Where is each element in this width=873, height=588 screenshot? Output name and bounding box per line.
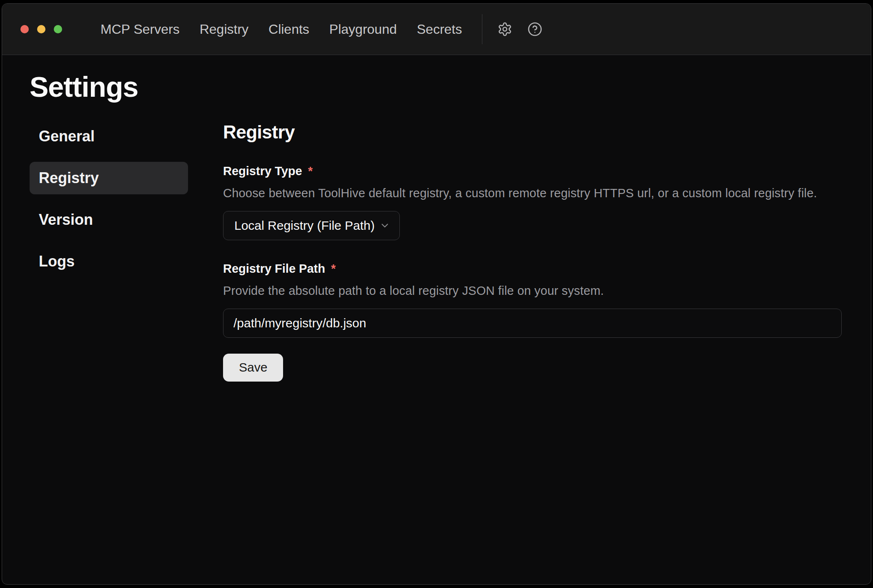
nav-clients[interactable]: Clients (268, 22, 309, 37)
save-button[interactable]: Save (223, 354, 283, 382)
registry-settings-panel: Registry Registry Type * Choose between … (223, 120, 842, 382)
window-controls (20, 25, 62, 33)
required-asterisk: * (331, 262, 336, 276)
zoom-window-button[interactable] (54, 25, 62, 33)
close-window-button[interactable] (20, 25, 29, 33)
file-path-description: Provide the absolute path to a local reg… (223, 284, 842, 298)
file-path-label-row: Registry File Path * (223, 262, 842, 276)
required-asterisk: * (308, 164, 313, 178)
page-title: Settings (30, 70, 842, 104)
sidebar-item-version[interactable]: Version (30, 204, 188, 236)
registry-type-select[interactable]: Local Registry (File Path) (223, 211, 400, 240)
section-heading: Registry (223, 122, 842, 143)
sidebar-item-logs[interactable]: Logs (30, 245, 188, 278)
nav-mcp-servers[interactable]: MCP Servers (100, 22, 180, 37)
settings-page: Settings General Registry Version Logs R… (2, 55, 871, 382)
gear-icon[interactable] (497, 22, 512, 37)
sidebar-item-registry[interactable]: Registry (30, 162, 188, 194)
nav-playground[interactable]: Playground (329, 22, 397, 37)
top-navigation: MCP Servers Registry Clients Playground … (100, 22, 462, 37)
help-circle-icon[interactable] (527, 22, 542, 37)
app-window: MCP Servers Registry Clients Playground … (2, 3, 871, 585)
chevron-down-icon (379, 220, 390, 231)
registry-type-label: Registry Type (223, 164, 302, 178)
sidebar-item-general[interactable]: General (30, 120, 188, 153)
file-path-label: Registry File Path (223, 262, 325, 276)
nav-secrets[interactable]: Secrets (417, 22, 462, 37)
settings-sidebar: General Registry Version Logs (30, 120, 188, 287)
file-path-input[interactable] (223, 309, 842, 338)
title-bar: MCP Servers Registry Clients Playground … (2, 4, 871, 55)
registry-type-description: Choose between ToolHive default registry… (223, 186, 842, 200)
nav-registry[interactable]: Registry (200, 22, 248, 37)
registry-type-selected-value: Local Registry (File Path) (234, 219, 375, 233)
minimize-window-button[interactable] (37, 25, 45, 33)
titlebar-divider (482, 14, 482, 44)
registry-type-label-row: Registry Type * (223, 164, 842, 178)
